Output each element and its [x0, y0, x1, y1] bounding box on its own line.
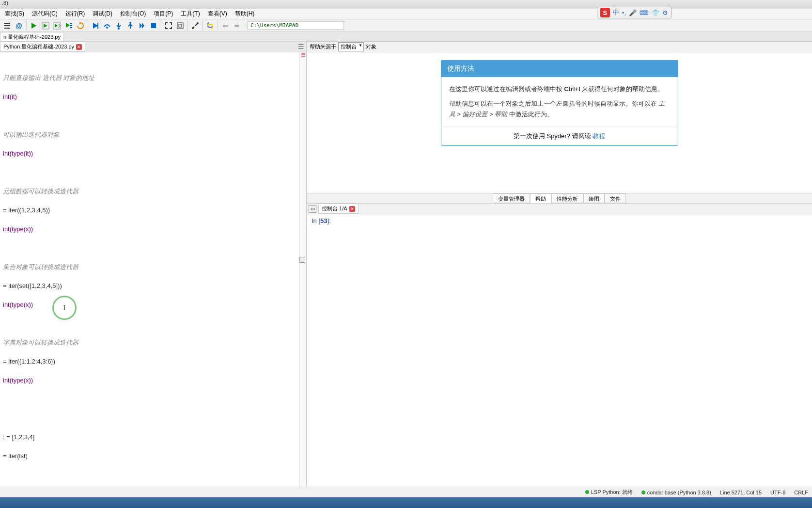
menu-run[interactable]: 运行(R)	[62, 9, 89, 19]
tutorial-link[interactable]: 教程	[593, 132, 605, 140]
run-cell-icon[interactable]	[40, 20, 51, 31]
stop-debug-icon[interactable]	[148, 20, 159, 31]
back-icon[interactable]: ⬅	[220, 20, 231, 31]
console-options-icon[interactable]: ▭	[309, 205, 316, 213]
svg-rect-4	[4, 28, 6, 29]
svg-marker-21	[140, 23, 142, 29]
menu-source[interactable]: 源代码(C)	[28, 9, 62, 19]
tab-profiler[interactable]: 性能分析	[551, 193, 583, 203]
outline-icon[interactable]	[2, 20, 13, 31]
working-directory[interactable]: C:\Users\MIAPAD	[247, 21, 344, 30]
continue-icon[interactable]	[137, 20, 147, 31]
windows-taskbar[interactable]	[0, 497, 812, 508]
code-comment: 集合对象可以转换成迭代器	[2, 262, 306, 272]
run-cell-advance-icon[interactable]	[52, 20, 62, 31]
ipython-console[interactable]: In [53]:	[307, 214, 812, 487]
editor-file-tab[interactable]: Python 量化编程基础-2023.py ✕	[0, 42, 85, 52]
step-out-icon[interactable]	[125, 20, 136, 31]
menu-debug[interactable]: 调试(D)	[89, 9, 116, 19]
menu-view[interactable]: 查看(V)	[204, 9, 231, 19]
code-line: int(type(x))	[2, 300, 306, 310]
rerun-icon[interactable]	[75, 20, 86, 31]
status-cursor-position[interactable]: Line 5271, Col 15	[720, 490, 762, 495]
code-line: int(type(x))	[2, 224, 306, 234]
ime-settings-icon[interactable]: ⚙	[662, 9, 668, 16]
svg-rect-24	[177, 23, 183, 29]
at-icon[interactable]: @	[14, 20, 24, 31]
status-lsp[interactable]: LSP Python: 就绪	[585, 489, 633, 496]
tab-plots[interactable]: 绘图	[583, 193, 605, 203]
breadcrumb-tab[interactable]: n 量化编程基础-2023.py	[0, 32, 64, 41]
code-comment: 字典对象可以转换成迭代器	[2, 338, 306, 348]
console-pane: ▭ 控制台 1/A ✕ In [53]: IPython控制台 历史	[307, 204, 812, 497]
forward-icon[interactable]: ➡	[232, 20, 242, 31]
ime-voice-icon[interactable]: 🎤	[629, 9, 637, 16]
editor-options-icon[interactable]: ☰	[298, 43, 304, 50]
menu-project[interactable]: 项目(P)	[150, 9, 177, 19]
status-eol[interactable]: CRLF	[794, 490, 808, 495]
code-comment: 元组数据可以转换成迭代器	[2, 187, 306, 196]
code-line: int(type(it))	[2, 149, 306, 159]
code-line: int(it)	[2, 92, 306, 102]
svg-marker-15	[79, 22, 81, 25]
preferences-icon[interactable]	[190, 20, 201, 31]
run-icon[interactable]	[29, 20, 39, 31]
help-panel: 使用方法 在这里你可以通过在编辑器或者终端中按 Ctrl+I 来获得任何对象的帮…	[307, 52, 812, 193]
help-text-2: 帮助信息可以在一个对象之后加上一个左圆括号的时候自动显示。你可以在 工具 > 偏…	[449, 98, 670, 120]
svg-point-27	[192, 27, 194, 29]
sogou-logo-icon[interactable]: S	[600, 8, 610, 17]
ime-lang-icon[interactable]: 中	[613, 8, 619, 17]
run-selection-icon[interactable]	[63, 20, 74, 31]
editor-pane: Python 量化编程基础-2023.py ✕ ☰ 只能直接输出 迭代器 对象的…	[0, 42, 306, 497]
svg-rect-5	[6, 28, 10, 29]
code-comment: 只能直接输出 迭代器 对象的地址	[2, 73, 306, 83]
svg-point-19	[118, 28, 120, 30]
console-tab[interactable]: 控制台 1/A ✕	[318, 204, 359, 214]
ime-punct-icon[interactable]: •,	[622, 9, 626, 16]
maximize-icon[interactable]	[163, 20, 174, 31]
code-line: = iter((1,2,3,4,5))	[2, 206, 306, 215]
svg-point-20	[129, 22, 131, 24]
help-source-dropdown[interactable]: 控制台	[338, 42, 364, 51]
close-console-icon[interactable]: ✕	[349, 206, 355, 212]
splitter-handle[interactable]	[299, 257, 305, 263]
svg-marker-11	[66, 23, 70, 28]
menu-find[interactable]: 查找(S)	[1, 9, 28, 19]
tab-files[interactable]: 文件	[605, 193, 626, 203]
minimap[interactable]	[299, 52, 306, 490]
ime-toolbar[interactable]: S 中 •, 🎤 ⌨ 👕 ⚙	[597, 7, 671, 18]
svg-rect-14	[70, 27, 72, 28]
svg-marker-6	[31, 23, 36, 29]
help-card: 使用方法 在这里你可以通过在编辑器或者终端中按 Ctrl+I 来获得任何对象的帮…	[441, 60, 678, 146]
code-line: : = [1,2,3,4]	[2, 432, 306, 442]
tab-variables[interactable]: 变量管理器	[493, 193, 530, 203]
code-line: = iter(lst)	[2, 451, 306, 461]
close-tab-icon[interactable]: ✕	[76, 44, 82, 50]
menu-help[interactable]: 帮助(H)	[231, 9, 259, 19]
menu-console[interactable]: 控制台(O)	[116, 9, 150, 19]
ime-skin-icon[interactable]: 👕	[652, 9, 659, 16]
svg-marker-16	[93, 23, 98, 29]
ime-keyboard-icon[interactable]: ⌨	[640, 9, 649, 16]
help-pane-tabs: 变量管理器 帮助 性能分析 绘图 文件	[307, 193, 812, 204]
python-path-icon[interactable]	[205, 20, 216, 31]
svg-marker-10	[55, 24, 58, 28]
status-encoding[interactable]: UTF-8	[770, 490, 785, 495]
breadcrumb-bar: n 量化编程基础-2023.py	[0, 32, 812, 42]
help-card-title: 使用方法	[441, 61, 678, 77]
tab-help[interactable]: 帮助	[530, 193, 551, 203]
breadcrumb-label: n 量化编程基础-2023.py	[3, 33, 61, 41]
menu-tools[interactable]: 工具(T)	[177, 9, 203, 19]
svg-marker-22	[142, 23, 144, 29]
step-into-icon[interactable]	[113, 20, 124, 31]
code-line: int(type(x))	[2, 376, 306, 385]
toolbar: @ ⬅ ➡ C:\Users\MIAPAD	[0, 19, 812, 32]
status-conda[interactable]: conda: base (Python 3.8.8)	[641, 490, 711, 495]
svg-rect-17	[97, 23, 98, 29]
step-over-icon[interactable]	[102, 20, 112, 31]
code-editor[interactable]: 只能直接输出 迭代器 对象的地址 int(it) 可以输出迭代器对象 int(t…	[0, 52, 306, 490]
svg-rect-25	[179, 24, 182, 27]
debug-icon[interactable]	[90, 20, 101, 31]
help-object-label: 对象	[366, 43, 376, 50]
fullscreen-icon[interactable]	[175, 20, 186, 31]
